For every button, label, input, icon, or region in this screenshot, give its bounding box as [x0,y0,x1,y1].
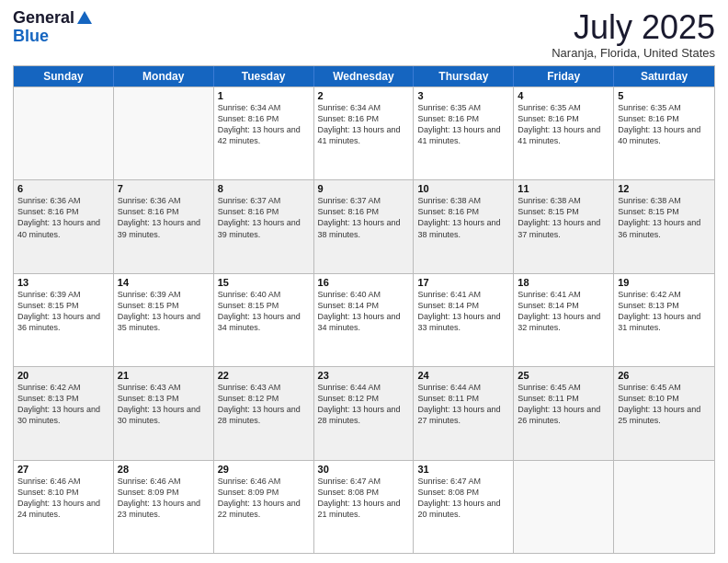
cal-cell: 30Sunrise: 6:47 AMSunset: 8:08 PMDayligh… [314,461,415,553]
week-row-0: 1Sunrise: 6:34 AMSunset: 8:16 PMDaylight… [14,86,714,179]
day-info: Sunrise: 6:45 AMSunset: 8:11 PMDaylight:… [518,382,609,427]
cal-cell: 3Sunrise: 6:35 AMSunset: 8:16 PMDaylight… [414,87,514,179]
day-number: 5 [618,90,711,101]
day-info: Sunrise: 6:44 AMSunset: 8:11 PMDaylight:… [417,382,509,427]
day-info: Sunrise: 6:34 AMSunset: 8:16 PMDaylight:… [318,102,410,147]
cal-cell: 2Sunrise: 6:34 AMSunset: 8:16 PMDaylight… [314,87,415,179]
header-day-thursday: Thursday [414,66,514,86]
calendar-body: 1Sunrise: 6:34 AMSunset: 8:16 PMDaylight… [14,86,714,553]
cal-cell: 4Sunrise: 6:35 AMSunset: 8:16 PMDaylight… [514,87,614,179]
month-title: July 2025 [552,9,715,46]
cal-cell: 28Sunrise: 6:46 AMSunset: 8:09 PMDayligh… [114,461,214,553]
day-number: 31 [417,464,509,475]
header-day-saturday: Saturday [614,66,714,86]
day-number: 24 [417,370,509,381]
cal-cell: 21Sunrise: 6:43 AMSunset: 8:13 PMDayligh… [114,367,214,459]
day-number: 3 [417,90,509,101]
cal-cell: 26Sunrise: 6:45 AMSunset: 8:10 PMDayligh… [614,367,714,459]
day-number: 12 [618,183,711,194]
cal-cell: 18Sunrise: 6:41 AMSunset: 8:14 PMDayligh… [514,274,614,366]
cal-cell: 22Sunrise: 6:43 AMSunset: 8:12 PMDayligh… [214,367,314,459]
header-day-monday: Monday [114,66,214,86]
week-row-4: 27Sunrise: 6:46 AMSunset: 8:10 PMDayligh… [14,460,714,553]
location-title: Naranja, Florida, United States [552,46,715,60]
day-number: 16 [318,277,410,288]
day-number: 27 [17,464,109,475]
cal-cell: 6Sunrise: 6:36 AMSunset: 8:16 PMDaylight… [14,180,114,272]
cal-cell: 8Sunrise: 6:37 AMSunset: 8:16 PMDaylight… [214,180,314,272]
day-number: 29 [218,464,310,475]
day-info: Sunrise: 6:42 AMSunset: 8:13 PMDaylight:… [17,382,109,427]
day-info: Sunrise: 6:38 AMSunset: 8:15 PMDaylight:… [518,195,609,240]
day-number: 4 [518,90,609,101]
week-row-1: 6Sunrise: 6:36 AMSunset: 8:16 PMDaylight… [14,179,714,272]
cal-cell: 31Sunrise: 6:47 AMSunset: 8:08 PMDayligh… [414,461,514,553]
day-info: Sunrise: 6:46 AMSunset: 8:10 PMDaylight:… [17,476,109,521]
header-day-friday: Friday [514,66,614,86]
day-info: Sunrise: 6:40 AMSunset: 8:14 PMDaylight:… [318,289,410,334]
logo-blue: Blue [13,28,92,46]
logo: General Blue [13,9,92,46]
day-info: Sunrise: 6:37 AMSunset: 8:16 PMDaylight:… [218,195,310,240]
cal-cell: 27Sunrise: 6:46 AMSunset: 8:10 PMDayligh… [14,461,114,553]
cal-cell: 13Sunrise: 6:39 AMSunset: 8:15 PMDayligh… [14,274,114,366]
cal-cell [114,87,214,179]
day-info: Sunrise: 6:47 AMSunset: 8:08 PMDaylight:… [417,476,509,521]
day-number: 13 [17,277,109,288]
cal-cell: 11Sunrise: 6:38 AMSunset: 8:15 PMDayligh… [514,180,614,272]
day-number: 20 [17,370,109,381]
day-number: 7 [118,183,210,194]
day-info: Sunrise: 6:35 AMSunset: 8:16 PMDaylight:… [618,102,711,147]
day-number: 21 [118,370,210,381]
cal-cell: 15Sunrise: 6:40 AMSunset: 8:15 PMDayligh… [214,274,314,366]
cal-cell: 16Sunrise: 6:40 AMSunset: 8:14 PMDayligh… [314,274,415,366]
cal-cell: 10Sunrise: 6:38 AMSunset: 8:16 PMDayligh… [414,180,514,272]
cal-cell: 25Sunrise: 6:45 AMSunset: 8:11 PMDayligh… [514,367,614,459]
week-row-2: 13Sunrise: 6:39 AMSunset: 8:15 PMDayligh… [14,273,714,366]
day-info: Sunrise: 6:38 AMSunset: 8:15 PMDaylight:… [618,195,711,240]
cal-cell [614,461,714,553]
cal-cell: 1Sunrise: 6:34 AMSunset: 8:16 PMDaylight… [214,87,314,179]
day-number: 26 [618,370,711,381]
cal-cell: 7Sunrise: 6:36 AMSunset: 8:16 PMDaylight… [114,180,214,272]
cal-cell [514,461,614,553]
header-day-wednesday: Wednesday [314,66,415,86]
cal-cell: 23Sunrise: 6:44 AMSunset: 8:12 PMDayligh… [314,367,415,459]
day-number: 19 [618,277,711,288]
logo-icon [75,9,92,26]
cal-cell: 12Sunrise: 6:38 AMSunset: 8:15 PMDayligh… [614,180,714,272]
cal-cell: 29Sunrise: 6:46 AMSunset: 8:09 PMDayligh… [214,461,314,553]
day-number: 11 [518,183,609,194]
cal-cell [14,87,114,179]
cal-cell: 14Sunrise: 6:39 AMSunset: 8:15 PMDayligh… [114,274,214,366]
day-info: Sunrise: 6:41 AMSunset: 8:14 PMDaylight:… [417,289,509,334]
day-info: Sunrise: 6:38 AMSunset: 8:16 PMDaylight:… [417,195,509,240]
cal-cell: 19Sunrise: 6:42 AMSunset: 8:13 PMDayligh… [614,274,714,366]
day-info: Sunrise: 6:41 AMSunset: 8:14 PMDaylight:… [518,289,609,334]
day-number: 23 [318,370,410,381]
header-day-sunday: Sunday [14,66,114,86]
calendar-header: SundayMondayTuesdayWednesdayThursdayFrid… [14,66,714,86]
day-number: 10 [417,183,509,194]
day-info: Sunrise: 6:36 AMSunset: 8:16 PMDaylight:… [17,195,109,240]
svg-marker-0 [77,11,92,24]
day-number: 18 [518,277,609,288]
cal-cell: 17Sunrise: 6:41 AMSunset: 8:14 PMDayligh… [414,274,514,366]
day-number: 9 [318,183,410,194]
day-info: Sunrise: 6:45 AMSunset: 8:10 PMDaylight:… [618,382,711,427]
day-info: Sunrise: 6:40 AMSunset: 8:15 PMDaylight:… [218,289,310,334]
day-number: 2 [318,90,410,101]
day-info: Sunrise: 6:42 AMSunset: 8:13 PMDaylight:… [618,289,711,334]
day-info: Sunrise: 6:43 AMSunset: 8:13 PMDaylight:… [118,382,210,427]
day-number: 6 [17,183,109,194]
day-number: 30 [318,464,410,475]
logo-general: General [13,9,74,28]
day-number: 25 [518,370,609,381]
day-number: 22 [218,370,310,381]
day-info: Sunrise: 6:39 AMSunset: 8:15 PMDaylight:… [17,289,109,334]
page: General Blue July 2025 Naranja, Florida,… [0,0,728,563]
week-row-3: 20Sunrise: 6:42 AMSunset: 8:13 PMDayligh… [14,366,714,459]
day-info: Sunrise: 6:34 AMSunset: 8:16 PMDaylight:… [218,102,310,147]
calendar: SundayMondayTuesdayWednesdayThursdayFrid… [13,65,715,554]
cal-cell: 24Sunrise: 6:44 AMSunset: 8:11 PMDayligh… [414,367,514,459]
